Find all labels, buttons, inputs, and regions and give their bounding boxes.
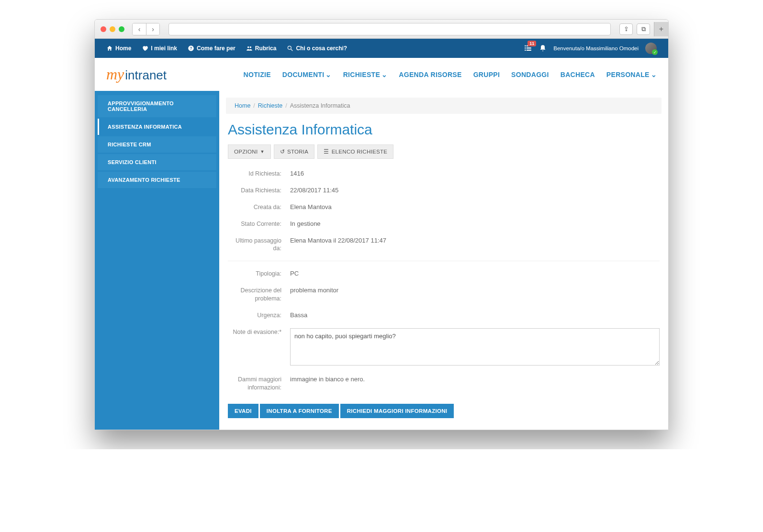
page-title: Assistenza Informatica [219,114,668,144]
browser-window: ‹ › ⇪ ⧉ + Home I miei link ? Come fare p… [94,19,669,430]
back-button[interactable]: ‹ [133,23,146,35]
richiedi-button[interactable]: RICHIEDI MAGGIORI INFORMAZIONI [340,404,454,418]
close-window-icon[interactable] [101,26,106,32]
id-value: 1416 [290,170,660,178]
note-label: Note di evasione:* [228,328,290,367]
breadcrumb: Home/Richieste/Assistenza Informatica [226,98,662,114]
url-bar[interactable] [168,23,611,35]
content-wrap: APPROVVIGIONAMENTO CANCELLERIA ASSISTENZ… [95,91,668,430]
tabs-icon[interactable]: ⧉ [637,23,650,35]
svg-line-5 [291,49,293,51]
sidebar-item-avanzamento[interactable]: AVANZAMENTO RICHIESTE [98,172,216,188]
nav-gruppi[interactable]: GRUPPI [473,71,500,78]
svg-text:?: ? [190,46,192,51]
avatar[interactable] [645,43,657,54]
svg-rect-10 [525,49,526,50]
chevron-down-icon: ⌄ [651,71,657,78]
evadi-button[interactable]: EVADI [228,404,258,418]
sidebar: APPROVVIGIONAMENTO CANCELLERIA ASSISTENZ… [95,91,219,430]
home-icon [106,45,113,52]
nav-agenda[interactable]: AGENDA RISORSE [399,71,461,78]
urgenza-value: Bassa [290,311,660,320]
chevron-down-icon: ⌄ [325,71,331,78]
svg-rect-6 [525,45,526,46]
id-label: Id Richiesta: [228,170,290,178]
data-value: 22/08/2017 11:45 [290,187,660,195]
descrizione-value: problema monitor [290,287,660,303]
heart-icon [142,45,148,52]
storia-label: STORIA [287,149,308,155]
minimize-window-icon[interactable] [110,26,115,32]
form-rows: Id Richiesta:1416 Data Richiesta:22/08/2… [219,166,668,396]
tipologia-value: PC [290,270,660,278]
topbar-home-label: Home [115,45,131,52]
topbar-rubrica-label: Rubrica [255,45,277,52]
data-label: Data Richiesta: [228,187,290,195]
chevron-down-icon: ⌄ [382,71,387,78]
sidebar-item-crm[interactable]: RICHIESTE CRM [98,136,216,153]
maximize-window-icon[interactable] [119,26,124,32]
topbar-search[interactable]: Chi o cosa cerchi? [287,45,347,52]
logo-rest: intranet [125,68,167,83]
nav-sondaggi[interactable]: SONDAGGI [511,71,549,78]
sidebar-item-clienti[interactable]: SERVIZIO CLIENTI [98,154,216,170]
nav-documenti-label: DOCUMENTI [282,71,324,78]
nav-bacheca[interactable]: BACHECA [561,71,595,78]
database-icon: ☰ [324,148,329,155]
question-icon: ? [188,45,194,52]
urgenza-label: Urgenza: [228,311,290,320]
creata-value: Elena Mantova [290,203,660,211]
action-bar: EVADI INOLTRA A FORNITORE RICHIEDI MAGGI… [219,396,668,430]
info-label: Dammi maggiori informazioni: [228,376,290,392]
topbar-howto-label: Come fare per [197,45,236,52]
logo-my: my [106,66,124,83]
main-nav: NOTIZIE DOCUMENTI⌄ RICHIESTE⌄ AGENDA RIS… [244,71,657,78]
opzioni-button[interactable]: OPZIONI▼ [228,144,271,159]
breadcrumb-current: Assistenza Informatica [290,102,350,109]
bell-icon[interactable] [539,44,547,52]
sidebar-item-assistenza[interactable]: ASSISTENZA INFORMATICA [98,119,216,135]
traffic-lights [101,26,124,32]
note-textarea[interactable] [290,328,660,366]
topbar-rubrica[interactable]: Rubrica [246,45,277,52]
caret-down-icon: ▼ [260,149,264,154]
notifications-list-icon[interactable]: 11 [524,44,532,54]
logo[interactable]: myintranet [106,66,167,83]
new-tab-button[interactable]: + [654,22,668,36]
topbar-links[interactable]: I miei link [142,45,177,52]
nav-documenti[interactable]: DOCUMENTI⌄ [282,71,332,78]
main-content: Home/Richieste/Assistenza Informatica As… [219,91,668,430]
sidebar-item-cancelleria[interactable]: APPROVVIGIONAMENTO CANCELLERIA [98,95,216,117]
svg-point-4 [288,46,292,49]
svg-point-3 [249,46,251,48]
nav-notizie[interactable]: NOTIZIE [244,71,271,78]
topbar-home[interactable]: Home [106,45,131,52]
browser-chrome: ‹ › ⇪ ⧉ + [95,20,668,39]
search-icon [287,45,293,52]
elenco-button[interactable]: ☰ELENCO RICHIESTE [317,144,393,159]
elenco-label: ELENCO RICHIESTE [332,149,388,155]
stato-label: Stato Corrente: [228,220,290,228]
share-icon[interactable]: ⇪ [619,23,633,35]
svg-rect-8 [525,47,526,48]
descrizione-label: Descrizione del problema: [228,287,290,303]
chrome-right: ⇪ ⧉ [619,23,650,35]
svg-rect-11 [527,49,531,50]
storia-button[interactable]: ↺STORIA [274,144,315,159]
info-value: immagine in bianco e nero. [290,376,660,392]
nav-richieste[interactable]: RICHIESTE⌄ [343,71,388,78]
svg-point-2 [247,46,249,48]
forward-button[interactable]: › [146,23,159,35]
nav-personale-label: PERSONALE [606,71,650,78]
logo-nav-bar: myintranet NOTIZIE DOCUMENTI⌄ RICHIESTE⌄… [95,58,668,91]
history-icon: ↺ [280,148,285,155]
topbar-howto[interactable]: ? Come fare per [188,45,236,52]
breadcrumb-richieste[interactable]: Richieste [258,102,282,109]
breadcrumb-home[interactable]: Home [235,102,250,109]
nav-buttons: ‹ › [132,23,160,35]
topbar: Home I miei link ? Come fare per Rubrica… [95,39,668,58]
inoltra-button[interactable]: INOLTRA A FORNITORE [260,404,339,418]
notification-badge: 11 [527,41,536,46]
topbar-search-label: Chi o cosa cerchi? [296,45,347,52]
nav-personale[interactable]: PERSONALE⌄ [606,71,657,78]
